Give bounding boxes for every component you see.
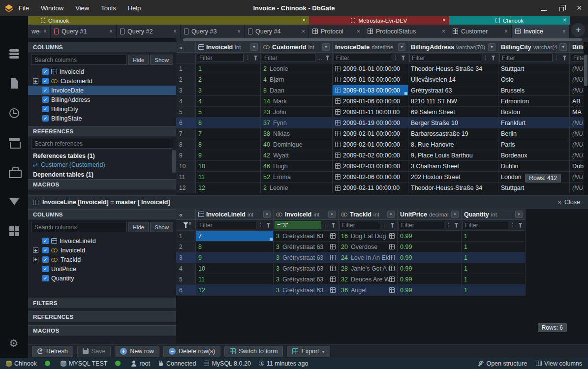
- cell-billingcity[interactable]: Berlin: [498, 128, 570, 139]
- cell-invoiceid[interactable]: 4: [196, 96, 261, 107]
- tab[interactable]: Query #2: [117, 25, 181, 38]
- cell-quantity[interactable]: 1: [462, 242, 526, 252]
- cell-invoicedate[interactable]: 2009-02-06 00:00:00: [333, 172, 408, 183]
- cell-invoicedate[interactable]: 2009-01-02 00:00:00: [333, 74, 408, 85]
- tab[interactable]: Invoice: [512, 25, 570, 38]
- fk-lookup-icon[interactable]: [330, 244, 336, 249]
- cell-quantity[interactable]: 1: [462, 231, 526, 242]
- cell-invoicedate[interactable]: 2009-01-06 00:00:00: [333, 96, 408, 107]
- column-checkbox[interactable]: [42, 106, 49, 112]
- filter-funnel-button[interactable]: [324, 54, 331, 62]
- cell-customerid[interactable]: 37Fynn: [261, 118, 333, 128]
- column-checkbox[interactable]: [42, 78, 49, 84]
- column-checkbox[interactable]: [42, 266, 49, 272]
- collapse-grid-icon[interactable]: [179, 43, 183, 52]
- column-checkbox[interactable]: [42, 96, 49, 103]
- filter-input[interactable]: Filter: [409, 54, 481, 62]
- sidebar-icon[interactable]: [8, 107, 21, 120]
- cell-invoicedate[interactable]: 2009-02-02 00:00:00: [333, 150, 408, 161]
- cell-customerid[interactable]: 2Leonie: [261, 63, 333, 74]
- vertical-scrollbar[interactable]: [584, 42, 588, 195]
- cell-billingaddress[interactable]: 202 Hoxton Street: [408, 172, 498, 183]
- status-item[interactable]: Chinook: [6, 360, 37, 367]
- date-editor-icon[interactable]: [335, 88, 340, 93]
- filter-menu-icon[interactable]: [509, 221, 516, 230]
- cell-invoiceid[interactable]: 2: [196, 74, 261, 85]
- cell-billingcity[interactable]: Boston: [498, 107, 570, 118]
- column-menu-button[interactable]: [559, 43, 567, 51]
- fk-lookup-icon[interactable]: [389, 277, 395, 282]
- cell-trackid[interactable]: 16Dog Eat Dog: [339, 231, 398, 242]
- row-number[interactable]: 5: [176, 107, 196, 118]
- tab[interactable]: wee: [28, 25, 51, 38]
- date-editor-icon[interactable]: [335, 109, 340, 115]
- toolbar-button[interactable]: Delete row(s): [163, 346, 220, 357]
- cell-customerid[interactable]: 23John: [261, 107, 333, 118]
- column-checkbox[interactable]: [42, 247, 49, 253]
- toolbar-button[interactable]: Export: [287, 346, 330, 357]
- cell-unitprice[interactable]: 0.99: [398, 252, 462, 263]
- filter-input[interactable]: Filter: [262, 54, 315, 62]
- column-menu-button[interactable]: [322, 43, 330, 51]
- column-list-item[interactable]: TrackId: [28, 255, 176, 264]
- sidebar-icon[interactable]: [8, 48, 21, 61]
- sidebar-icon[interactable]: [8, 225, 21, 238]
- filter-funnel-button[interactable]: [400, 54, 407, 62]
- column-list-item[interactable]: InvoiceId: [28, 67, 176, 76]
- cell-billingaddress[interactable]: 69 Salem Street: [408, 107, 498, 118]
- cell-invoiceid[interactable]: 1: [196, 63, 261, 74]
- column-header[interactable]: BillingAddress varchar(70): [408, 42, 498, 53]
- status-item[interactable]: root: [131, 360, 150, 367]
- cell-invoiceid[interactable]: 3: [196, 85, 261, 96]
- references-section-header[interactable]: REFERENCES: [28, 126, 176, 137]
- close-detail-button[interactable]: Close: [557, 199, 583, 206]
- row-number[interactable]: 6: [176, 285, 196, 296]
- expand-icon[interactable]: [33, 257, 38, 262]
- column-list-item[interactable]: CustomerId: [28, 76, 176, 86]
- sidebar-icon[interactable]: [8, 77, 21, 90]
- date-editor-icon[interactable]: [335, 153, 340, 158]
- column-list-item[interactable]: Quantity: [28, 274, 176, 283]
- column-checkbox[interactable]: [42, 238, 49, 244]
- close-tab-icon[interactable]: [562, 28, 566, 35]
- column-header[interactable]: CustomerId int: [261, 42, 333, 53]
- cell-quantity[interactable]: 1: [462, 274, 526, 285]
- sidebar-icon[interactable]: [8, 136, 21, 149]
- tab[interactable]: Customer: [449, 25, 512, 38]
- filter-funnel-button[interactable]: [252, 54, 259, 62]
- column-header[interactable]: UnitPrice decimal(10,2): [398, 209, 462, 220]
- date-editor-icon[interactable]: [335, 185, 340, 191]
- cell-billingcity[interactable]: Paris: [498, 139, 570, 150]
- cell-invoicedate[interactable]: 2009-02-01 00:00:00: [333, 139, 408, 150]
- row-number[interactable]: 1: [176, 63, 196, 74]
- filter-menu-icon[interactable]: [316, 54, 323, 62]
- cell-billingcity[interactable]: Edmonton: [498, 96, 570, 107]
- column-header[interactable]: InvoiceLineId int: [196, 209, 274, 220]
- row-number[interactable]: 7: [176, 128, 196, 139]
- filter-funnel-button[interactable]: [453, 221, 460, 230]
- cell-unitprice[interactable]: 0.99: [398, 263, 462, 274]
- date-editor-icon[interactable]: [335, 174, 340, 180]
- panel-scrollbar-thumb[interactable]: [172, 150, 176, 173]
- column-checkbox[interactable]: [42, 256, 49, 263]
- status-action[interactable]: Open structure: [478, 360, 527, 367]
- restore-button[interactable]: [553, 0, 570, 16]
- close-group-icon[interactable]: [563, 17, 566, 24]
- close-tab-icon[interactable]: [109, 28, 113, 35]
- cell-billingcity[interactable]: Brussels: [498, 85, 570, 96]
- status-item[interactable]: MySQL 8.0.20: [204, 360, 250, 367]
- cell-invoiceid[interactable]: 3Grétrystraat 63: [274, 252, 339, 263]
- cell-invoicelineid[interactable]: 8: [196, 242, 274, 252]
- expand-icon[interactable]: [33, 78, 38, 84]
- date-editor-icon[interactable]: [335, 77, 340, 82]
- filter-funnel-button[interactable]: [389, 221, 396, 230]
- row-number[interactable]: 4: [176, 96, 196, 107]
- cell-invoiceid[interactable]: 3Grétrystraat 63: [274, 263, 339, 274]
- fk-lookup-icon[interactable]: [330, 277, 336, 282]
- cell-unitprice[interactable]: 0.99: [398, 231, 462, 242]
- menu-item[interactable]: Window: [41, 4, 63, 12]
- cell-billingaddress[interactable]: Ullevålsveien 14: [408, 74, 498, 85]
- tab-group[interactable]: Chinook: [449, 16, 570, 25]
- search-references-input[interactable]: [31, 139, 173, 149]
- cell-invoiceid[interactable]: 3Grétrystraat 63: [274, 231, 339, 242]
